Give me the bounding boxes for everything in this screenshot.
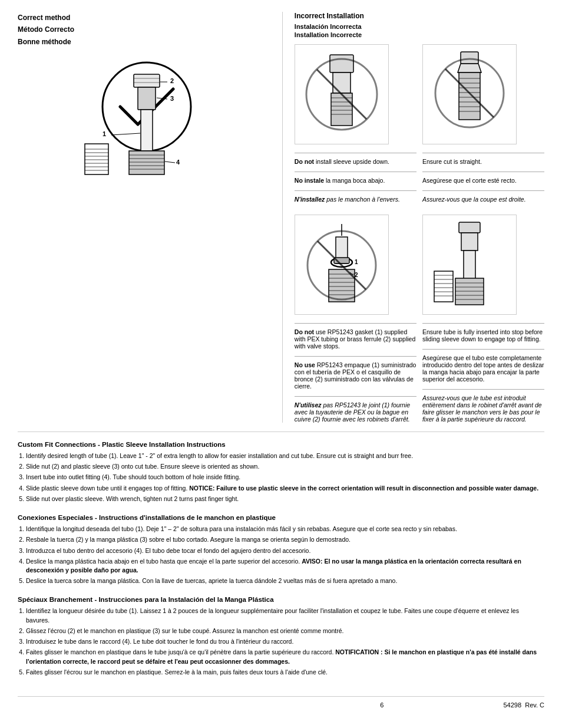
- step-2-en: Slide nut (2) and plastic sleeve (3) ont…: [26, 462, 544, 471]
- upside-down-caption-normal: No instale la manga boca abajo.: [295, 177, 416, 184]
- step-1-fr: Identifiez la longueur désirée du tube (…: [26, 607, 544, 624]
- svg-text:4: 4: [176, 159, 180, 166]
- specialux-section: Spéciaux Branchement - Instrucciones par…: [18, 596, 544, 677]
- correct-method-line3: Bonne méthode: [18, 36, 270, 48]
- instructions-column: Custom Fit Connections - Plastic Sleeve …: [18, 441, 544, 687]
- footer: 6 54298 Rev. C: [18, 696, 544, 709]
- incorrect-item-2: Ensure cut is straight. Asegúrese que el…: [422, 44, 544, 203]
- svg-text:3: 3: [170, 95, 174, 102]
- incorrect-item-4: Ensure tube is fully inserted into stop …: [422, 215, 544, 423]
- installation-incorrecte: Installation Incorrecte: [295, 31, 544, 38]
- custom-fit-title: Custom Fit Connections - Plastic Sleeve …: [18, 441, 544, 448]
- incorrect-item-3: 1 2: [295, 215, 416, 423]
- footer-doc-number: 54298: [503, 701, 521, 709]
- left-panel: Correct method Método Correcto Bonne mét…: [18, 12, 283, 423]
- step-4-es: Deslice la manga plástica hacia abajo en…: [26, 557, 544, 575]
- step-3-es: Introduzca el tubo dentro del accesorio …: [26, 546, 544, 555]
- gasket-svg: 1 2: [300, 219, 383, 311]
- svg-rect-38: [461, 52, 478, 64]
- footer-revision: Rev. C: [525, 701, 544, 709]
- svg-rect-69: [464, 251, 475, 280]
- step-5-fr: Faites glisser l'écrou sur le manchon en…: [26, 668, 544, 677]
- cut-straight-svg: [428, 49, 511, 140]
- incorrect-item-1: Do not install sleeve upside down. No in…: [295, 44, 416, 203]
- footer-page: 6: [260, 701, 503, 709]
- svg-rect-40: [459, 73, 480, 120]
- cut-straight-caption-normal: Asegúrese que el corte esté recto.: [422, 177, 544, 184]
- custom-fit-section: Custom Fit Connections - Plastic Sleeve …: [18, 441, 544, 503]
- step-4-en: Slide plastic sleeve down tube until it …: [26, 484, 544, 493]
- svg-rect-67: [459, 222, 480, 233]
- step-1-en: Identify desired length of tube (1). Lea…: [26, 452, 544, 460]
- step-3-en: Insert tube into outlet fitting (4). Tub…: [26, 473, 544, 482]
- step-5-en: Slide nut over plastic sleeve. With wren…: [26, 495, 544, 503]
- diagram-box-1: [295, 44, 389, 144]
- right-panel: Incorrect Installation Instalación Incor…: [283, 12, 544, 423]
- svg-text:1: 1: [103, 130, 106, 137]
- svg-text:1: 1: [355, 259, 358, 265]
- top-section: Correct method Método Correcto Bonne mét…: [18, 12, 544, 432]
- custom-fit-steps: Identify desired length of tube (1). Lea…: [18, 452, 544, 503]
- footer-doc: 54298 Rev. C: [503, 701, 544, 709]
- step-2-es: Resbale la tuerca (2) y la manga plástic…: [26, 535, 544, 544]
- tube-inserted-svg: [428, 219, 511, 311]
- instalacion-incorrecta: Instalación Incorrecta: [295, 23, 544, 30]
- page: Correct method Método Correcto Bonne mét…: [0, 0, 562, 728]
- svg-rect-5: [138, 87, 156, 110]
- upside-down-caption-italic: N'installez pas le manchon à l'envers.: [295, 196, 416, 203]
- step-5-es: Deslice la tuerca sobre la manga plástic…: [26, 577, 544, 585]
- step-3-fr: Introduisez le tube dans le raccord (4).…: [26, 637, 544, 646]
- svg-text:2: 2: [170, 77, 174, 84]
- svg-rect-9: [141, 110, 153, 151]
- upside-down-svg: [300, 49, 383, 140]
- diagram-box-3: 1 2: [295, 215, 389, 315]
- tube-inserted-caption-normal: Asegúrese que el tubo este completamente…: [422, 354, 544, 383]
- svg-rect-29: [333, 73, 351, 93]
- cut-straight-caption-bold: Ensure cut is straight.: [422, 158, 544, 165]
- tube-inserted-caption-italic: Assurez-vous que le tube est introduit e…: [422, 394, 544, 423]
- correct-method-title: Correct method Método Correcto Bonne mét…: [18, 12, 270, 48]
- specialux-title: Spéciaux Branchement - Instrucciones par…: [18, 596, 544, 603]
- upside-down-caption-bold: Do not install sleeve upside down.: [295, 158, 416, 165]
- diagram-box-4: [422, 215, 517, 315]
- gasket-caption-bold: Do not use RP51243 gasket (1) supplied w…: [295, 328, 416, 350]
- step-4-fr: Faites glisser le manchon en plastique d…: [26, 648, 544, 666]
- tube-inserted-caption-bold: Ensure tube is fully inserted into stop …: [422, 328, 544, 342]
- svg-rect-28: [330, 55, 353, 73]
- svg-rect-76: [434, 271, 453, 302]
- conexiones-steps: Identifique la longitud deseada del tubo…: [18, 525, 544, 585]
- correct-method-line2: Método Correcto: [18, 24, 270, 35]
- cut-straight-caption-italic: Assurez-vous que la coupe est droite.: [422, 196, 544, 203]
- correct-method-line1: Correct method: [18, 12, 270, 24]
- step-1-es: Identifique la longitud deseada del tubo…: [26, 525, 544, 533]
- gasket-caption-normal: No use RP51243 empaque (1) suministrado …: [295, 361, 416, 390]
- correct-diagram-svg: 2 3 1: [49, 57, 238, 180]
- specialux-steps: Identifiez la longueur désirée du tube (…: [18, 607, 544, 677]
- correct-diagram-area: 2 3 1: [18, 54, 270, 183]
- gasket-caption-italic: N'utilisez pas RP51243 le joint (1) four…: [295, 401, 416, 423]
- svg-line-19: [165, 162, 175, 163]
- svg-line-11: [111, 133, 140, 135]
- diagram-box-2: [422, 44, 517, 144]
- svg-text:2: 2: [355, 272, 358, 278]
- step-2-fr: Glissez l'écrou (2) et le manchon en pla…: [26, 627, 544, 635]
- svg-marker-39: [458, 64, 481, 73]
- conexiones-title: Conexiones Especiales - Instructions d'i…: [18, 514, 544, 521]
- bottom-instructions: Custom Fit Connections - Plastic Sleeve …: [18, 441, 544, 687]
- svg-rect-1: [134, 74, 160, 87]
- incorrect-grid: Do not install sleeve upside down. No in…: [295, 44, 544, 423]
- svg-rect-20: [85, 144, 108, 174]
- svg-rect-70: [455, 278, 484, 305]
- svg-rect-68: [461, 233, 478, 251]
- conexiones-section: Conexiones Especiales - Instructions d'i…: [18, 514, 544, 585]
- svg-rect-12: [129, 151, 164, 174]
- incorrect-title: Incorrect Installation: [295, 12, 544, 20]
